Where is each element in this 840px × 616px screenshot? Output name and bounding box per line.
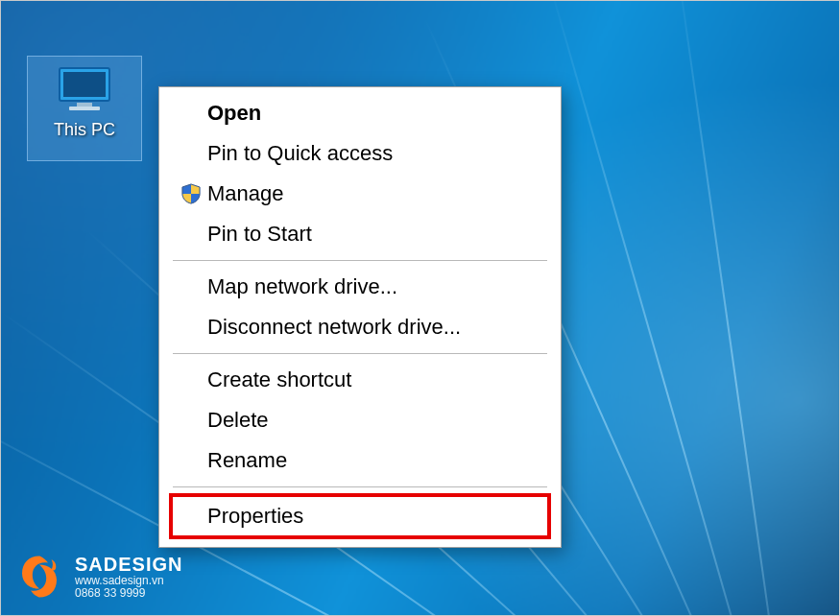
menu-separator xyxy=(173,353,547,354)
menu-item-label: Rename xyxy=(207,448,545,473)
menu-item-label: Disconnect network drive... xyxy=(207,315,545,340)
menu-item-label: Pin to Quick access xyxy=(207,141,545,166)
this-pc-icon xyxy=(54,64,115,114)
menu-item-create-shortcut[interactable]: Create shortcut xyxy=(161,360,559,400)
svg-rect-3 xyxy=(69,107,100,110)
context-menu: Open Pin to Quick access Manage Pin to S… xyxy=(158,86,562,548)
this-pc-desktop-icon[interactable]: This PC xyxy=(27,56,142,161)
menu-item-label: Manage xyxy=(207,181,545,206)
watermark-phone: 0868 33 9999 xyxy=(75,587,182,600)
svg-rect-1 xyxy=(63,72,106,97)
menu-item-label: Properties xyxy=(207,504,541,529)
shield-icon xyxy=(175,183,207,204)
menu-item-properties[interactable]: Properties xyxy=(169,493,551,539)
menu-item-label: Map network drive... xyxy=(207,274,545,299)
menu-item-label: Pin to Start xyxy=(207,222,545,247)
menu-item-label: Create shortcut xyxy=(207,367,545,392)
svg-rect-2 xyxy=(77,103,92,107)
sadesign-logo-icon xyxy=(13,551,65,603)
menu-separator xyxy=(173,260,547,261)
menu-item-delete[interactable]: Delete xyxy=(161,400,559,440)
menu-item-open[interactable]: Open xyxy=(161,93,559,133)
menu-item-disconnect-network-drive[interactable]: Disconnect network drive... xyxy=(161,307,559,347)
menu-item-pin-quick-access[interactable]: Pin to Quick access xyxy=(161,133,559,174)
watermark-brand: SADESIGN xyxy=(75,554,182,575)
menu-separator xyxy=(173,486,547,487)
watermark: SADESIGN www.sadesign.vn 0868 33 9999 xyxy=(13,551,182,603)
menu-item-map-network-drive[interactable]: Map network drive... xyxy=(161,267,559,307)
menu-item-label: Delete xyxy=(207,408,545,433)
menu-item-pin-start[interactable]: Pin to Start xyxy=(161,214,559,254)
this-pc-label: This PC xyxy=(28,120,141,140)
menu-item-label: Open xyxy=(207,101,545,126)
menu-item-manage[interactable]: Manage xyxy=(161,174,559,214)
menu-item-rename[interactable]: Rename xyxy=(161,440,559,481)
